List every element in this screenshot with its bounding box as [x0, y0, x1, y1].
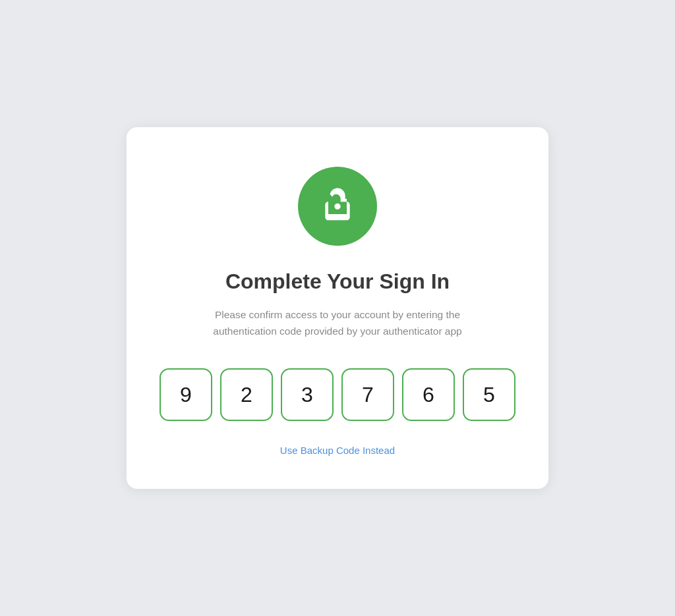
code-digit-6[interactable]: 5 — [463, 368, 515, 421]
unlock-icon-circle — [298, 167, 377, 246]
code-input-group: 9 2 3 7 6 5 — [160, 368, 515, 421]
code-digit-2[interactable]: 2 — [220, 368, 273, 421]
code-digit-5[interactable]: 6 — [402, 368, 455, 421]
code-digit-3[interactable]: 3 — [281, 368, 334, 421]
unlock-icon — [319, 186, 356, 226]
backup-code-link[interactable]: Use Backup Code Instead — [280, 445, 395, 456]
page-title: Complete Your Sign In — [225, 269, 450, 294]
code-digit-1[interactable]: 9 — [160, 368, 212, 421]
signin-card: Complete Your Sign In Please confirm acc… — [127, 127, 548, 490]
code-digit-4[interactable]: 7 — [341, 368, 394, 421]
page-subtitle: Please confirm access to your account by… — [206, 307, 469, 340]
